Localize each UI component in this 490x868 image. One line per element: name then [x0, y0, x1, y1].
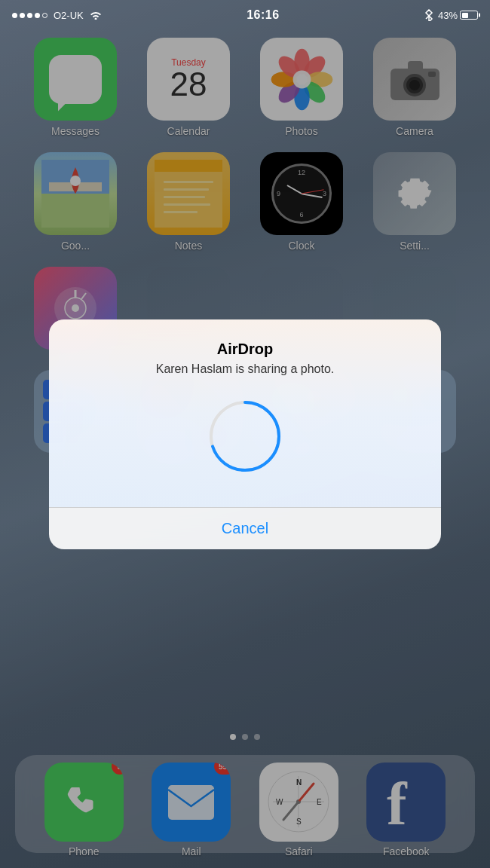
signal-dot-2	[20, 13, 25, 18]
airdrop-subtitle: Karen Haslam is sharing a photo.	[73, 362, 417, 376]
progress-ring	[207, 399, 283, 474]
carrier-name: O2-UK	[54, 10, 84, 21]
wifi-icon	[90, 11, 102, 20]
status-bar: O2-UK 16:16 43%	[0, 0, 490, 30]
battery-container: 43%	[438, 10, 478, 21]
bluetooth-icon	[424, 9, 433, 21]
signal-dot-1	[12, 13, 17, 18]
airdrop-dialog: AirDrop Karen Haslam is sharing a photo.…	[49, 319, 441, 549]
signal-dots	[12, 13, 47, 18]
battery-fill	[462, 13, 468, 18]
airdrop-dialog-overlay: AirDrop Karen Haslam is sharing a photo.…	[0, 0, 490, 868]
signal-dot-5	[42, 13, 47, 18]
progress-container	[73, 399, 417, 474]
signal-dot-4	[35, 13, 40, 18]
status-left: O2-UK	[12, 10, 102, 21]
status-time: 16:16	[247, 8, 279, 22]
airdrop-title: AirDrop	[73, 341, 417, 358]
dialog-body: AirDrop Karen Haslam is sharing a photo.	[49, 319, 441, 507]
battery-icon	[460, 11, 478, 20]
cancel-button[interactable]: Cancel	[49, 508, 441, 549]
status-right: 43%	[424, 9, 478, 21]
signal-dot-3	[27, 13, 32, 18]
battery-percent: 43%	[438, 10, 458, 21]
